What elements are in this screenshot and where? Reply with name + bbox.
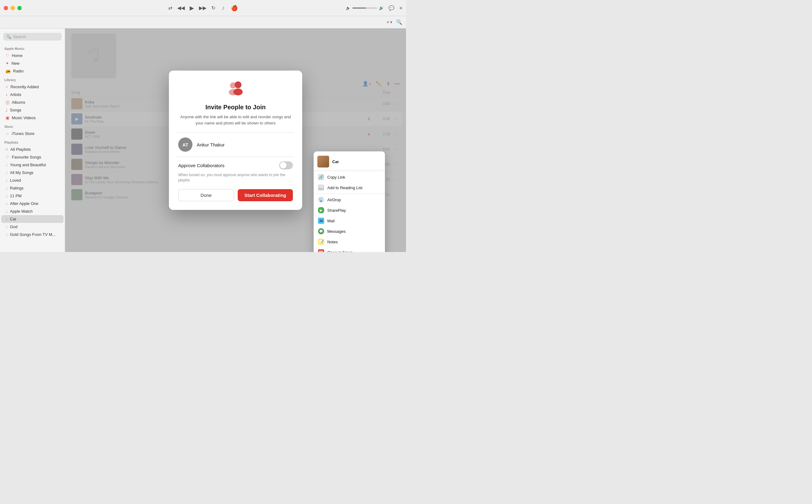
radio-icon: 📻 [6, 69, 11, 73]
sidebar-item-label: Favourite Songs [12, 155, 41, 159]
artists-icon: ♪ [6, 92, 8, 97]
sidebar-item-albums[interactable]: ◫ Albums [1, 98, 63, 106]
repeat-button[interactable]: ↻ [212, 5, 216, 11]
sidebar-item-god[interactable]: ♩ God [1, 223, 63, 231]
minimize-button[interactable] [11, 6, 15, 10]
close-button[interactable] [4, 6, 8, 10]
lyrics-button[interactable]: 💬 [389, 5, 395, 11]
play-button[interactable]: ▶ [190, 5, 194, 11]
start-collaborating-button[interactable]: Start Collaborating [238, 189, 293, 201]
search-button[interactable]: 🔍 [396, 19, 402, 25]
car-icon: ♩ [6, 217, 7, 221]
volume-slider[interactable]: 🔈 🔊 [346, 6, 384, 10]
11pm-icon: ♩ [6, 193, 7, 198]
context-item-label: Open in News [327, 250, 353, 252]
sidebar-item-radio[interactable]: 📻 Radio [1, 67, 63, 75]
sidebar-item-car[interactable]: ♩ Car [1, 215, 63, 223]
store-section-title: Store [0, 122, 65, 130]
sidebar-item-label: All My Songs [10, 170, 33, 175]
songs-icon: ♩ [6, 108, 7, 112]
copy-link-icon: 🔗 [318, 174, 324, 180]
context-menu-header: Car [314, 153, 385, 170]
apple-logo: 🍎 [231, 5, 238, 11]
sidebar-item-label: Young and Beautiful [10, 163, 46, 167]
content-area: 👤+ ✏️ ⬇ ••• Song Time Koka Just Jassi-Ko… [65, 28, 406, 252]
search-icon: 🔍 [6, 34, 11, 39]
sidebar-item-new[interactable]: ✦ New [1, 59, 63, 67]
sidebar-item-label: Ratings [10, 186, 24, 190]
approve-collaborators-row: Approve Collaborators [178, 161, 293, 169]
shuffle-button[interactable]: ⇄ [168, 5, 172, 11]
context-menu-copy-link[interactable]: 🔗 Copy Link [314, 172, 385, 182]
sidebar-item-label: Recently Added [11, 85, 39, 89]
sidebar-item-home[interactable]: ♡ Home [1, 52, 63, 59]
approve-toggle[interactable] [279, 161, 293, 169]
context-item-label: Notes [327, 240, 338, 244]
approve-description: When turned on, you must approve anyone … [178, 172, 293, 183]
after-apple-icon: ♩ [6, 201, 7, 206]
sidebar-item-all-playlists[interactable]: ≡ All Playlists [1, 146, 63, 153]
context-menu-title: Car [332, 159, 339, 164]
context-item-label: Messages [327, 229, 346, 234]
title-bar-center: ⇄ ◀◀ ▶ ▶▶ ↻ ♪ 🍎 [168, 4, 238, 11]
context-item-label: AirDrop [327, 198, 341, 202]
ratings-icon: ♩ [6, 186, 7, 190]
sidebar-item-ratings[interactable]: ♩ Ratings [1, 184, 63, 192]
sidebar-item-young-beautiful[interactable]: ♩ Young and Beautiful [1, 161, 63, 169]
messages-icon: 💬 [318, 228, 324, 234]
modal-icon-area [178, 80, 293, 99]
sidebar-item-gold-songs[interactable]: ♩ Gold Songs From TV M... [1, 231, 63, 238]
main-layout: 🔍 Search Apple Music ♡ Home ✦ New 📻 Radi… [0, 28, 406, 252]
modal-description: Anyone with the link will be able to edi… [178, 114, 293, 126]
sidebar-item-songs[interactable]: ♩ Songs [1, 106, 63, 114]
title-bar: ⇄ ◀◀ ▶ ▶▶ ↻ ♪ 🍎 🔈 🔊 💬 ≡ [0, 0, 406, 16]
context-menu-mail[interactable]: ✉ Mail [314, 215, 385, 226]
shareplay-icon: ▶ [318, 207, 324, 213]
sidebar-item-loved[interactable]: ♩ Loved [1, 176, 63, 184]
context-menu-messages[interactable]: 💬 Messages [314, 226, 385, 237]
done-button[interactable]: Done [178, 189, 234, 201]
search-field[interactable]: 🔍 Search [3, 33, 62, 41]
sidebar-item-after-apple-one[interactable]: ♩ After Apple One [1, 200, 63, 207]
approve-label: Approve Collaborators [178, 163, 225, 168]
prev-button[interactable]: ◀◀ [177, 5, 185, 11]
context-menu-airdrop[interactable]: 📡 AirDrop [314, 194, 385, 205]
music-icon: ♪ [222, 4, 225, 11]
sidebar-item-all-my-songs[interactable]: ♩ All My Songs [1, 169, 63, 176]
sidebar-item-11pm[interactable]: ♩ 11 PM [1, 192, 63, 200]
sidebar-item-label: Loved [10, 178, 21, 183]
god-icon: ♩ [6, 224, 7, 229]
playlist-icon: ♩ [6, 163, 7, 167]
sidebar-item-artists[interactable]: ♪ Artists [1, 91, 63, 98]
context-item-label: SharePlay [327, 208, 346, 213]
sidebar-item-music-videos[interactable]: ▣ Music Videos [1, 114, 63, 122]
sidebar-item-recently-added[interactable]: ○ Recently Added [1, 83, 63, 91]
window-controls [4, 6, 22, 10]
sidebar-item-label: Songs [10, 108, 21, 112]
title-bar-right: 🔈 🔊 💬 ≡ [346, 5, 402, 11]
library-section-title: Library [0, 75, 65, 83]
context-thumbnail [317, 156, 329, 167]
apple-music-section-title: Apple Music [0, 44, 65, 52]
context-menu-notes[interactable]: 📝 Notes [314, 237, 385, 247]
sidebar: 🔍 Search Apple Music ♡ Home ✦ New 📻 Radi… [0, 28, 65, 252]
new-icon: ✦ [6, 61, 9, 66]
sidebar-item-itunes-store[interactable]: ☆ iTunes Store [1, 130, 63, 137]
favourite-icon: ♡ [6, 155, 9, 159]
context-menu-shareplay[interactable]: ▶ SharePlay [314, 205, 385, 215]
queue-button[interactable]: ≡ [399, 5, 402, 11]
context-menu-add-reading-list[interactable]: 📖 Add to Reading List [314, 182, 385, 193]
music-videos-icon: ▣ [6, 115, 9, 120]
next-button[interactable]: ▶▶ [199, 5, 207, 11]
sidebar-item-label: Artists [10, 92, 21, 97]
airdrop-icon: 📡 [318, 197, 324, 203]
modal-divider2 [177, 157, 294, 157]
maximize-button[interactable] [17, 6, 22, 10]
sidebar-item-favourite-songs[interactable]: ♡ Favourite Songs [1, 153, 63, 161]
view-toggle-button[interactable]: ≡ ▾ [387, 20, 392, 24]
sidebar-item-label: Radio [13, 69, 24, 73]
loved-icon: ♩ [6, 178, 7, 183]
sidebar-item-apple-watch[interactable]: ♩ Apple Watch [1, 207, 63, 215]
context-menu-open-in-news[interactable]: 📰 Open in News [314, 247, 385, 252]
modal-title: Invite People to Join [178, 104, 293, 111]
